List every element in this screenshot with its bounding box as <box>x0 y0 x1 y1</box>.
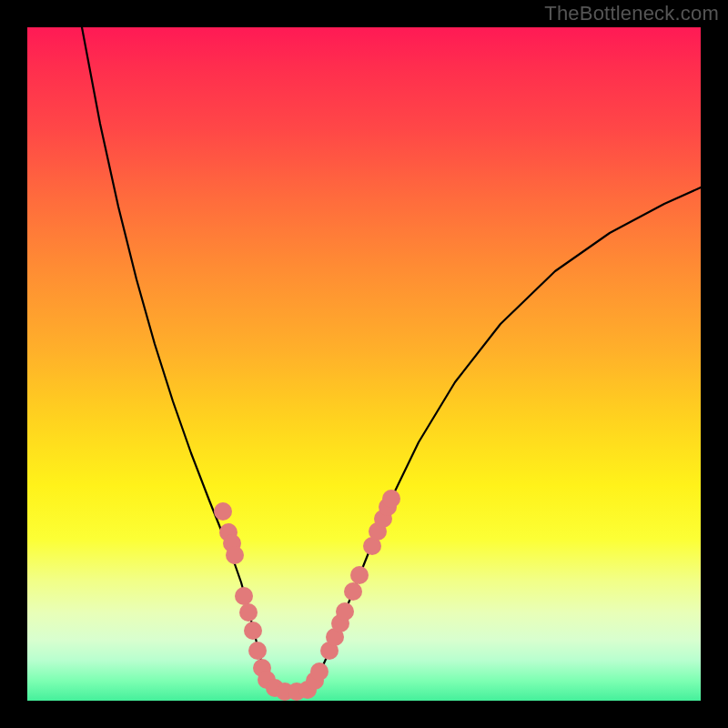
chart-svg <box>27 27 701 701</box>
chart-dot <box>244 622 262 640</box>
chart-dot <box>382 490 400 508</box>
chart-dot <box>336 602 354 621</box>
chart-plot-area <box>27 27 701 701</box>
watermark-text: TheBottleneck.com <box>544 2 719 25</box>
chart-dot <box>239 603 258 622</box>
chart-dot <box>344 582 362 601</box>
chart-dot <box>214 502 232 521</box>
chart-curve <box>82 27 701 692</box>
chart-dot <box>310 662 329 681</box>
chart-dot <box>248 642 267 660</box>
chart-dot <box>226 546 244 564</box>
chart-dot <box>350 566 369 584</box>
chart-dots-group <box>214 490 400 701</box>
chart-dot <box>235 587 253 605</box>
